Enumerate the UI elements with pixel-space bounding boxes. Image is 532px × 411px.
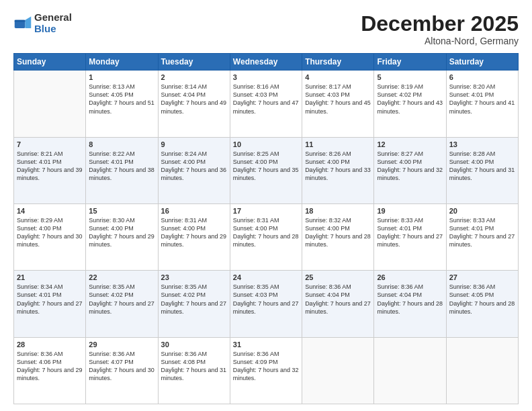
day-info: Sunrise: 8:16 AMSunset: 4:03 PMDaylight:…: [233, 83, 299, 116]
calendar-cell-4-6: [446, 337, 518, 404]
header-friday: Friday: [374, 54, 446, 71]
day-number: 8: [89, 140, 154, 148]
svg-marker-1: [26, 16, 32, 28]
day-number: 14: [17, 207, 83, 215]
logo-general-text: General: [34, 12, 72, 24]
calendar-row-1: 7Sunrise: 8:21 AMSunset: 4:01 PMDaylight…: [14, 137, 519, 203]
header-thursday: Thursday: [302, 54, 374, 71]
day-number: 17: [233, 207, 299, 215]
day-info: Sunrise: 8:17 AMSunset: 4:03 PMDaylight:…: [305, 83, 371, 116]
day-number: 5: [377, 73, 443, 81]
calendar-cell-4-2: 30Sunrise: 8:36 AMSunset: 4:08 PMDayligh…: [158, 337, 230, 404]
calendar-cell-1-0: 7Sunrise: 8:21 AMSunset: 4:01 PMDaylight…: [14, 137, 86, 203]
day-info: Sunrise: 8:27 AMSunset: 4:00 PMDaylight:…: [377, 150, 443, 183]
calendar-cell-4-4: [302, 337, 374, 404]
calendar-cell-3-4: 25Sunrise: 8:36 AMSunset: 4:04 PMDayligh…: [302, 271, 374, 337]
calendar-cell-1-1: 8Sunrise: 8:22 AMSunset: 4:01 PMDaylight…: [86, 137, 158, 203]
calendar-row-4: 28Sunrise: 8:36 AMSunset: 4:06 PMDayligh…: [14, 337, 519, 404]
calendar-cell-1-5: 12Sunrise: 8:27 AMSunset: 4:00 PMDayligh…: [374, 137, 446, 203]
logo-icon: [13, 14, 32, 33]
calendar-cell-1-3: 10Sunrise: 8:25 AMSunset: 4:00 PMDayligh…: [230, 137, 302, 203]
calendar-cell-3-3: 24Sunrise: 8:35 AMSunset: 4:03 PMDayligh…: [230, 271, 302, 337]
calendar-cell-0-2: 2Sunrise: 8:14 AMSunset: 4:04 PMDaylight…: [158, 71, 230, 137]
day-number: 15: [89, 207, 154, 215]
day-info: Sunrise: 8:25 AMSunset: 4:00 PMDaylight:…: [233, 150, 299, 183]
day-info: Sunrise: 8:35 AMSunset: 4:02 PMDaylight:…: [89, 283, 154, 316]
day-number: 28: [17, 340, 83, 349]
logo-text: General Blue: [34, 12, 72, 34]
weekday-header-row: Sunday Monday Tuesday Wednesday Thursday…: [14, 54, 519, 71]
day-info: Sunrise: 8:36 AMSunset: 4:06 PMDaylight:…: [17, 350, 83, 383]
day-info: Sunrise: 8:31 AMSunset: 4:00 PMDaylight:…: [233, 216, 299, 249]
day-number: 19: [377, 207, 443, 215]
calendar-cell-3-1: 22Sunrise: 8:35 AMSunset: 4:02 PMDayligh…: [86, 271, 158, 337]
month-title: December 2025: [361, 12, 519, 36]
calendar-cell-2-6: 20Sunrise: 8:33 AMSunset: 4:01 PMDayligh…: [446, 203, 518, 270]
day-number: 4: [305, 73, 371, 81]
day-info: Sunrise: 8:29 AMSunset: 4:00 PMDaylight:…: [17, 216, 83, 249]
logo-blue-text: Blue: [34, 24, 72, 35]
day-number: 23: [161, 273, 227, 281]
calendar-cell-3-6: 27Sunrise: 8:36 AMSunset: 4:05 PMDayligh…: [446, 271, 518, 337]
calendar-row-2: 14Sunrise: 8:29 AMSunset: 4:00 PMDayligh…: [14, 203, 519, 270]
calendar-page: General Blue December 2025 Altona-Nord, …: [0, 0, 532, 411]
day-number: 16: [161, 207, 227, 215]
day-info: Sunrise: 8:24 AMSunset: 4:00 PMDaylight:…: [161, 150, 227, 183]
day-number: 20: [449, 207, 515, 215]
day-number: 26: [377, 273, 443, 281]
calendar-row-3: 21Sunrise: 8:34 AMSunset: 4:01 PMDayligh…: [14, 271, 519, 337]
calendar-cell-4-1: 29Sunrise: 8:36 AMSunset: 4:07 PMDayligh…: [86, 337, 158, 404]
day-info: Sunrise: 8:26 AMSunset: 4:00 PMDaylight:…: [305, 150, 371, 183]
day-info: Sunrise: 8:33 AMSunset: 4:01 PMDaylight:…: [377, 216, 443, 249]
calendar-cell-2-2: 16Sunrise: 8:31 AMSunset: 4:00 PMDayligh…: [158, 203, 230, 270]
calendar-cell-4-0: 28Sunrise: 8:36 AMSunset: 4:06 PMDayligh…: [14, 337, 86, 404]
day-info: Sunrise: 8:14 AMSunset: 4:04 PMDaylight:…: [161, 83, 227, 116]
day-number: 21: [17, 273, 83, 281]
calendar-cell-3-2: 23Sunrise: 8:35 AMSunset: 4:02 PMDayligh…: [158, 271, 230, 337]
day-number: 13: [449, 140, 515, 148]
day-number: 3: [233, 73, 299, 81]
day-info: Sunrise: 8:21 AMSunset: 4:01 PMDaylight:…: [17, 150, 83, 183]
day-number: 27: [449, 273, 515, 281]
day-number: 9: [161, 140, 227, 148]
header-monday: Monday: [86, 54, 158, 71]
title-block: December 2025 Altona-Nord, Germany: [361, 12, 519, 46]
logo: General Blue: [13, 12, 72, 34]
day-info: Sunrise: 8:36 AMSunset: 4:05 PMDaylight:…: [449, 283, 515, 316]
day-info: Sunrise: 8:33 AMSunset: 4:01 PMDaylight:…: [449, 216, 515, 249]
day-number: 29: [89, 340, 154, 349]
calendar-cell-1-2: 9Sunrise: 8:24 AMSunset: 4:00 PMDaylight…: [158, 137, 230, 203]
day-info: Sunrise: 8:22 AMSunset: 4:01 PMDaylight:…: [89, 150, 154, 183]
day-info: Sunrise: 8:36 AMSunset: 4:07 PMDaylight:…: [89, 350, 154, 383]
day-info: Sunrise: 8:34 AMSunset: 4:01 PMDaylight:…: [17, 283, 83, 316]
day-info: Sunrise: 8:31 AMSunset: 4:00 PMDaylight:…: [161, 216, 227, 249]
calendar-cell-4-3: 31Sunrise: 8:36 AMSunset: 4:09 PMDayligh…: [230, 337, 302, 404]
calendar-row-0: 1Sunrise: 8:13 AMSunset: 4:05 PMDaylight…: [14, 71, 519, 137]
day-number: 24: [233, 273, 299, 281]
day-number: 1: [89, 73, 154, 81]
day-number: 12: [377, 140, 443, 148]
day-info: Sunrise: 8:19 AMSunset: 4:02 PMDaylight:…: [377, 83, 443, 116]
day-info: Sunrise: 8:32 AMSunset: 4:00 PMDaylight:…: [305, 216, 371, 249]
day-info: Sunrise: 8:28 AMSunset: 4:00 PMDaylight:…: [449, 150, 515, 183]
header: General Blue December 2025 Altona-Nord, …: [13, 12, 519, 46]
day-number: 6: [449, 73, 515, 81]
svg-rect-2: [15, 19, 26, 21]
calendar-cell-2-0: 14Sunrise: 8:29 AMSunset: 4:00 PMDayligh…: [14, 203, 86, 270]
calendar-cell-0-4: 4Sunrise: 8:17 AMSunset: 4:03 PMDaylight…: [302, 71, 374, 137]
day-number: 31: [233, 340, 299, 349]
calendar-cell-0-3: 3Sunrise: 8:16 AMSunset: 4:03 PMDaylight…: [230, 71, 302, 137]
day-number: 25: [305, 273, 371, 281]
day-info: Sunrise: 8:36 AMSunset: 4:04 PMDaylight:…: [305, 283, 371, 316]
day-info: Sunrise: 8:13 AMSunset: 4:05 PMDaylight:…: [89, 83, 154, 116]
calendar-cell-2-1: 15Sunrise: 8:30 AMSunset: 4:00 PMDayligh…: [86, 203, 158, 270]
day-info: Sunrise: 8:36 AMSunset: 4:09 PMDaylight:…: [233, 350, 299, 383]
header-sunday: Sunday: [14, 54, 86, 71]
header-saturday: Saturday: [446, 54, 518, 71]
day-number: 11: [305, 140, 371, 148]
calendar-cell-0-5: 5Sunrise: 8:19 AMSunset: 4:02 PMDaylight…: [374, 71, 446, 137]
calendar-cell-3-5: 26Sunrise: 8:36 AMSunset: 4:04 PMDayligh…: [374, 271, 446, 337]
location-subtitle: Altona-Nord, Germany: [361, 36, 519, 46]
calendar-cell-4-5: [374, 337, 446, 404]
day-number: 22: [89, 273, 154, 281]
